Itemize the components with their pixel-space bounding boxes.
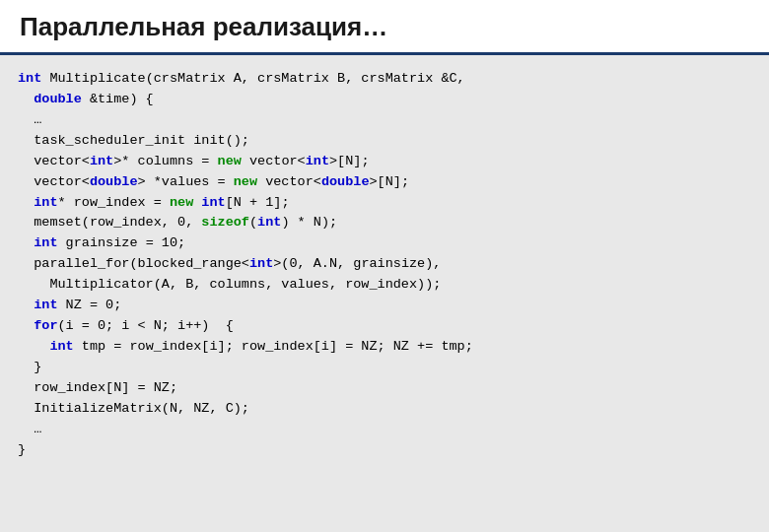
code-block: int Multiplicate(crsMatrix A, crsMatrix … [18, 69, 751, 461]
slide-content: int Multiplicate(crsMatrix A, crsMatrix … [0, 55, 769, 532]
slide-header: Параллельная реализация… [0, 0, 769, 55]
slide-title: Параллельная реализация… [20, 12, 387, 41]
slide-container: Параллельная реализация… int Multiplicat… [0, 0, 769, 532]
